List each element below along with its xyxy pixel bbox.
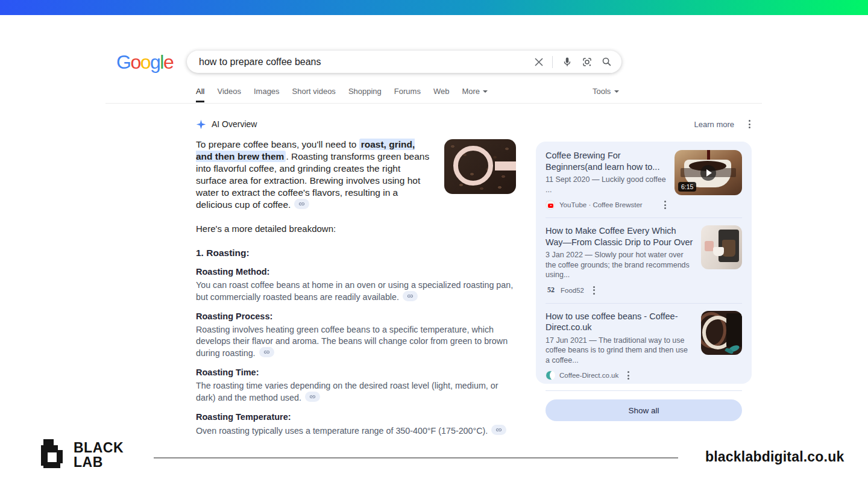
card-snippet: 11 Sept 2020 — Luckily good coffee ... [546,175,667,195]
brand-line-1: BLACK [74,440,124,455]
card-source: YouTube · Coffee Brewster [559,201,643,208]
search-divider [552,56,553,68]
tab-forums[interactable]: Forums [394,87,421,102]
search-icon[interactable] [602,57,612,67]
block-body-text: Oven roasting typically uses a temperatu… [196,426,488,436]
card-divider [546,303,742,304]
source-card-food52[interactable]: How to Make Coffee Every Which Way—From … [546,225,742,296]
tools-label: Tools [593,87,611,96]
card-source: Coffee-Direct.co.uk [559,372,618,379]
chevron-down-icon [614,90,619,93]
footer-divider-line [154,457,678,458]
block-body-text: Roasting involves heating green coffee b… [196,325,508,358]
play-icon[interactable] [700,165,716,181]
header-divider [105,103,762,104]
section-title: 1. Roasting: [196,248,514,258]
coffee-cup-rim [453,146,493,186]
ai-summary-paragraph: To prepare coffee beans, you'll need to … [196,139,432,211]
brand-line-2: LAB [74,455,124,469]
tab-shopping[interactable]: Shopping [348,87,382,102]
card-title[interactable]: How to use coffee beans - Coffee-Direct.… [546,311,694,333]
block-body: Oven roasting typically uses a temperatu… [196,425,514,437]
clear-icon[interactable] [535,58,543,66]
logo-letter: o [130,51,140,73]
tab-short-videos[interactable]: Short videos [292,87,336,102]
white-cup [713,247,724,256]
lens-camera-icon[interactable] [582,57,593,67]
ai-overview-title: AI Overview [212,119,257,129]
tab-web[interactable]: Web [433,87,450,102]
paragraph-intro: To prepare coffee beans, you'll need to [196,139,359,149]
tools-button[interactable]: Tools [593,87,619,96]
tab-all[interactable]: All [196,87,204,102]
ai-overview-sources-panel: Coffee Brewing For Beginners(and learn h… [536,142,752,384]
show-all-button[interactable]: Show all [546,399,742,421]
card-snippet: 17 Jun 2021 — The traditional way to use… [546,336,694,366]
learn-more-link[interactable]: Learn more [694,120,734,129]
overflow-menu-icon[interactable] [626,370,631,381]
pink-cup [705,241,714,251]
card-divider [546,217,742,218]
citation-link-icon[interactable] [294,199,309,209]
source-card-coffee-direct[interactable]: How to use coffee beans - Coffee-Direct.… [546,311,742,381]
block-heading: Roasting Method: [196,267,514,277]
block-body: Roasting involves heating green coffee b… [196,324,514,359]
block-heading: Roasting Process: [196,311,514,321]
video-thumbnail[interactable]: 6:15 [675,150,742,195]
result-tabs: All Videos Images Short videos Shopping … [196,87,488,102]
tab-more[interactable]: More [462,87,488,102]
block-body: The roasting time varies depending on th… [196,380,514,404]
blacklab-logo: BLACK LAB [39,438,124,472]
microphone-icon[interactable] [562,57,573,67]
article-thumbnail[interactable] [701,225,742,269]
card-divider [546,390,742,391]
ai-sparkle-icon [196,119,206,130]
citation-link-icon[interactable] [491,425,506,435]
coffee-direct-favicon [546,371,555,380]
tab-videos[interactable]: Videos [217,87,241,102]
breakdown-intro: Here's a more detailed breakdown: [196,224,514,234]
card-snippet: 3 Jan 2022 — Slowly pour hot water over … [546,250,694,280]
article-thumbnail[interactable] [701,311,742,355]
ai-overview-hero-image[interactable] [444,139,516,194]
logo-letter: G [116,51,130,73]
card-title[interactable]: Coffee Brewing For Beginners(and learn h… [546,150,667,172]
citation-link-icon[interactable] [305,392,320,402]
youtube-favicon [546,200,555,210]
block-body-text: The roasting time varies depending on th… [196,381,498,402]
top-gradient-bar [0,0,868,15]
block-heading: Roasting Time: [196,368,514,377]
citation-link-icon[interactable] [259,347,274,357]
search-input[interactable] [199,57,535,67]
citation-link-icon[interactable] [403,291,418,301]
card-title[interactable]: How to Make Coffee Every Which Way—From … [546,225,694,248]
logo-letter: o [140,51,150,73]
food52-favicon: 52 [546,286,556,295]
source-card-youtube[interactable]: Coffee Brewing For Beginners(and learn h… [546,150,742,210]
coffee-carafe [722,240,735,257]
chevron-down-icon [483,90,488,93]
video-duration-badge: 6:15 [678,182,696,192]
tab-more-label: More [462,87,480,96]
block-body-text: You can roast coffee beans at home in an… [196,280,513,302]
blacklab-logo-mark [39,438,66,472]
block-heading: Roasting Temperature: [196,412,514,422]
card-source: Food52 [561,287,584,294]
overflow-menu-icon[interactable] [747,119,752,130]
search-bar[interactable] [187,51,621,73]
logo-letter: g [150,51,160,73]
coffee-cup-handle [495,161,516,170]
block-body: You can roast coffee beans at home in an… [196,280,514,303]
tab-images[interactable]: Images [254,87,280,102]
overflow-menu-icon[interactable] [663,199,667,210]
google-logo[interactable]: Google [116,51,173,74]
overflow-menu-icon[interactable] [592,285,596,296]
footer-url: blacklabdigital.co.uk [705,449,844,465]
coffee-bag [726,313,742,347]
logo-letter: e [163,51,173,73]
